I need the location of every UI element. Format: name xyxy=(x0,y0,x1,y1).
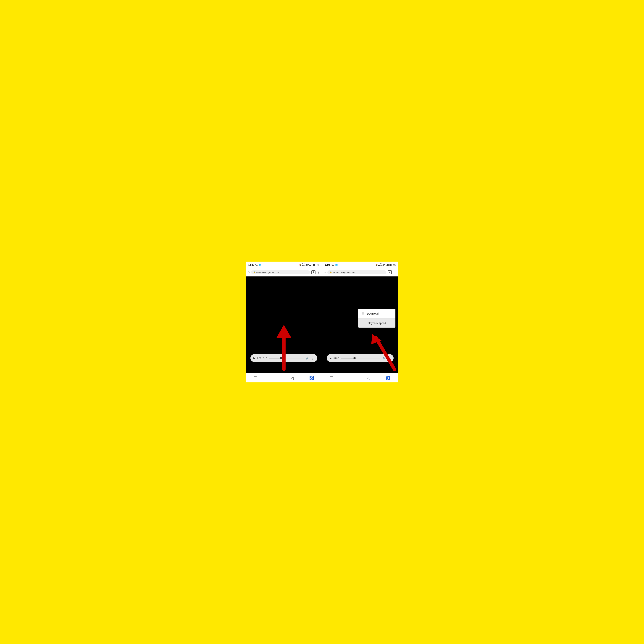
url-text-right: oadmobileringtones.com xyxy=(333,271,355,273)
progress-thumb-right xyxy=(353,357,356,359)
download-label: Download xyxy=(367,312,379,315)
download-menu-item[interactable]: ⬇ Download xyxy=(358,309,395,318)
audio-player-left: ▶ 0:06 / 0:17 🔉 ⋮ xyxy=(250,354,317,362)
square-nav-icon-left[interactable]: □ xyxy=(273,376,275,380)
volume-icon-right[interactable]: 🔉 xyxy=(382,357,385,360)
download-icon: ⬇ xyxy=(362,312,364,316)
status-bar-right: 12:48 📞 🌐 🔕 0.87KB/S VoB4G xyxy=(322,262,398,268)
battery-percent-right: 61 xyxy=(394,264,396,266)
progress-bar-right[interactable] xyxy=(341,358,381,358)
progress-fill-left xyxy=(269,358,281,358)
speed-right: 0.87KB/S xyxy=(378,263,382,267)
audio-player-right: ▶ 0:06 / 🔉 ⋮ xyxy=(327,354,394,362)
more-menu-button-right[interactable]: ⋮ xyxy=(387,356,391,360)
progress-thumb-left xyxy=(280,357,282,359)
content-area-left: ▶ 0:06 / 0:17 🔉 ⋮ xyxy=(246,276,322,373)
time-display-right: 0:06 / xyxy=(334,357,339,359)
accessibility-nav-icon-right[interactable]: ♿ xyxy=(386,376,390,380)
phone-icon-right: 📞 xyxy=(331,264,334,266)
home-icon-right[interactable]: ⌂ xyxy=(324,270,326,274)
tabs-count-left: 4 xyxy=(313,271,314,273)
menu-dots-right[interactable]: ⋮ xyxy=(393,270,396,274)
status-bar-left: 12:48 📞 🌐 🔕 0.54KB/S VoB4G xyxy=(246,262,322,268)
menu-nav-icon-left[interactable]: ☰ xyxy=(254,376,257,380)
screen-right: 12:48 📞 🌐 🔕 0.87KB/S VoB4G xyxy=(322,262,398,382)
signal-bars-left xyxy=(309,264,312,266)
browser-bar-right: ⌂ 🔒 oadmobileringtones.com 4 ⋮ xyxy=(322,268,398,276)
speed-left: 0.54KB/S xyxy=(302,263,305,267)
network-type-left: VoB4G xyxy=(306,263,309,267)
svg-marker-3 xyxy=(371,334,381,344)
time-left: 12:48 xyxy=(248,264,254,266)
tabs-button-left[interactable]: 4 xyxy=(311,270,315,274)
menu-nav-icon-right[interactable]: ☰ xyxy=(330,376,333,380)
content-area-right: ▶ 0:06 / 🔉 ⋮ ⬇ Download xyxy=(322,276,398,373)
url-bar-right[interactable]: 🔒 oadmobileringtones.com xyxy=(327,270,386,274)
tabs-count-right: 4 xyxy=(389,271,390,273)
playback-speed-label: Playback speed xyxy=(368,322,386,325)
network-type-right: VoB4G xyxy=(382,263,385,267)
volume-icon-left[interactable]: 🔉 xyxy=(306,357,309,360)
menu-dots-left[interactable]: ⋮ xyxy=(317,270,320,274)
data-icon-left: 🌐 xyxy=(259,264,262,266)
context-menu-right: ⬇ Download ⏱ Playback speed xyxy=(358,309,395,328)
lock-icon-right: 🔒 xyxy=(330,271,332,273)
url-text-left: oadmobileringtones.com xyxy=(256,271,279,273)
nav-bar-right: ☰ □ ◁ ♿ xyxy=(322,373,398,382)
progress-bar-left[interactable] xyxy=(269,358,304,358)
more-menu-button-left[interactable]: ⋮ xyxy=(311,356,314,360)
time-display-left: 0:06 / 0:17 xyxy=(257,357,267,359)
battery-left xyxy=(313,264,317,266)
square-nav-icon-right[interactable]: □ xyxy=(349,376,351,380)
play-button-left[interactable]: ▶ xyxy=(253,357,255,360)
phone-icon-left: 📞 xyxy=(255,264,258,266)
nav-bar-left: ☰ □ ◁ ♿ xyxy=(246,373,322,382)
battery-percent-left: 61 xyxy=(317,264,319,266)
data-icon-right: 🌐 xyxy=(335,264,338,266)
battery-right xyxy=(389,264,393,266)
accessibility-nav-icon-left[interactable]: ♿ xyxy=(309,376,314,380)
tabs-button-right[interactable]: 4 xyxy=(388,270,392,274)
progress-fill-right xyxy=(341,358,355,358)
svg-line-2 xyxy=(376,338,395,369)
play-button-right[interactable]: ▶ xyxy=(330,357,332,360)
screen-left: 12:48 📞 🌐 🔕 0.54KB/S VoB4G xyxy=(246,262,322,382)
time-right: 12:48 xyxy=(325,264,331,266)
arrow-left xyxy=(273,321,295,373)
back-nav-icon-right[interactable]: ◁ xyxy=(367,376,370,380)
screens-container: 12:48 📞 🌐 🔕 0.54KB/S VoB4G xyxy=(246,262,398,382)
playback-speed-icon: ⏱ xyxy=(362,321,365,325)
bell-icon-right: 🔕 xyxy=(376,264,378,266)
lock-icon-left: 🔒 xyxy=(253,271,256,273)
home-icon-left[interactable]: ⌂ xyxy=(248,270,250,274)
bell-icon-left: 🔕 xyxy=(299,264,301,266)
url-bar-left[interactable]: 🔒 oadmobileringtones.com xyxy=(251,270,310,274)
signal-bars-right xyxy=(386,264,389,266)
outer-frame: 12:48 📞 🌐 🔕 0.54KB/S VoB4G xyxy=(238,254,406,390)
svg-marker-1 xyxy=(276,325,291,338)
back-nav-icon-left[interactable]: ◁ xyxy=(291,376,294,380)
browser-bar-left: ⌂ 🔒 oadmobileringtones.com 4 ⋮ xyxy=(246,268,322,276)
playback-speed-menu-item[interactable]: ⏱ Playback speed xyxy=(358,318,395,328)
